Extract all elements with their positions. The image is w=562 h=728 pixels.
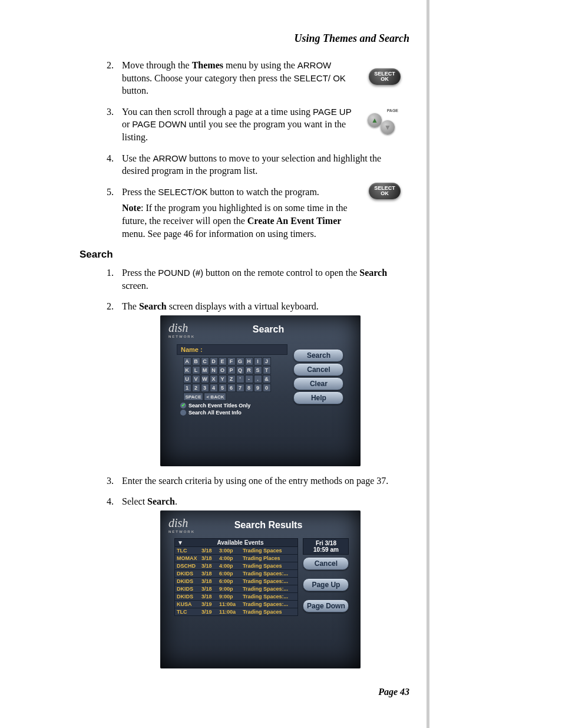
step-4: Use the ARROW buttons to move to your se…: [116, 152, 409, 177]
key-d[interactable]: D: [210, 357, 218, 365]
dish-logo: dishNETWORK: [168, 321, 195, 338]
datetime-display: Fri 3/1810:59 am: [303, 538, 349, 555]
key-y[interactable]: Y: [219, 375, 227, 383]
results-list[interactable]: TLC3/183:00pTrading SpacesMOMAX3/184:00p…: [174, 547, 298, 616]
result-row[interactable]: DKIDS3/186:00pTrading Spaces:...: [174, 578, 298, 585]
result-row[interactable]: DKIDS3/186:00pTrading Spaces:...: [174, 570, 298, 578]
page-margin-bar: [427, 0, 429, 728]
key-c[interactable]: C: [201, 357, 209, 365]
key-q[interactable]: Q: [236, 366, 244, 374]
search-step-3: Enter the search criteria by using one o…: [116, 475, 409, 487]
key-h[interactable]: H: [245, 357, 253, 365]
key-v[interactable]: V: [192, 375, 200, 383]
cancel-button[interactable]: Cancel: [303, 557, 349, 570]
key--[interactable]: -: [245, 375, 253, 383]
key-1[interactable]: 1: [183, 384, 191, 392]
key-t[interactable]: T: [263, 366, 271, 374]
step-5: Press the SELECT/OK button to watch the …: [116, 186, 409, 240]
key-n[interactable]: N: [210, 366, 218, 374]
virtual-keyboard[interactable]: ABCDEFGHIJKLMNOPQRSTUVWXYZ'-.&1234567890…: [183, 357, 287, 401]
themes-steps-list: Move through the Themes menu by using th…: [80, 59, 409, 240]
running-header: Using Themes and Search: [80, 32, 409, 45]
key-&[interactable]: &: [263, 375, 271, 383]
search-step-2: The Search screen displays with a virtua…: [116, 300, 409, 466]
tv-screen-title: Search Results: [202, 520, 352, 531]
key-x[interactable]: X: [210, 375, 218, 383]
key-i[interactable]: I: [254, 357, 262, 365]
key-s[interactable]: S: [254, 366, 262, 374]
result-row[interactable]: KUSA3/1911:00aTrading Spaces:...: [174, 601, 298, 608]
key-6[interactable]: 6: [227, 384, 236, 392]
search-button[interactable]: Search: [293, 349, 343, 362]
page-up-button[interactable]: Page Up: [303, 578, 349, 591]
tv-search-screenshot: dishNETWORK Search Name : ABCDEFGHIJKLMN…: [160, 315, 361, 466]
available-events-header: ▼ Available Events: [174, 538, 298, 547]
key-2[interactable]: 2: [192, 384, 200, 392]
key-f[interactable]: F: [227, 357, 236, 365]
key-8[interactable]: 8: [245, 384, 253, 392]
page-down-button[interactable]: Page Down: [303, 599, 349, 612]
key-g[interactable]: G: [236, 357, 244, 365]
key-4[interactable]: 4: [210, 384, 218, 392]
result-row[interactable]: DKIDS3/189:00pTrading Spaces:...: [174, 585, 298, 593]
radio-titles-only[interactable]: Search Event Titles Only: [180, 403, 287, 409]
search-step-1: Press the POUND (#) button on the remote…: [116, 266, 409, 292]
name-input-field[interactable]: Name :: [177, 344, 287, 355]
key-k[interactable]: K: [183, 366, 191, 374]
tv-search-results-screenshot: dishNETWORK Search Results ▼ Available E…: [160, 510, 361, 668]
dish-logo: dishNETWORK: [168, 516, 195, 533]
radio-unchecked-icon: [180, 410, 186, 416]
key-z[interactable]: Z: [227, 375, 236, 383]
clear-button[interactable]: Clear: [293, 377, 343, 390]
radio-checked-icon: [180, 403, 186, 409]
key-'[interactable]: ': [236, 375, 244, 383]
sort-down-icon[interactable]: ▼: [177, 539, 183, 546]
radio-all-info[interactable]: Search All Event Info: [180, 410, 287, 416]
key-a[interactable]: A: [183, 357, 191, 365]
result-row[interactable]: TLC3/183:00pTrading Spaces: [174, 547, 298, 555]
key-.[interactable]: .: [254, 375, 262, 383]
search-steps-list: Press the POUND (#) button on the remote…: [80, 266, 409, 668]
result-row[interactable]: TLC3/1911:00aTrading Spaces: [174, 608, 298, 616]
search-step-4: Select Search. dishNETWORK Search Result…: [116, 495, 409, 668]
step-2: Move through the Themes menu by using th…: [116, 59, 409, 97]
key-j[interactable]: J: [263, 357, 271, 365]
key-m[interactable]: M: [201, 366, 209, 374]
key-0[interactable]: 0: [263, 384, 271, 392]
step-3: You can then scroll through a page at a …: [116, 106, 409, 144]
key-7[interactable]: 7: [236, 384, 244, 392]
key-u[interactable]: U: [183, 375, 191, 383]
help-button[interactable]: Help: [293, 391, 343, 404]
key-space[interactable]: SPACE: [183, 393, 204, 401]
key-e[interactable]: E: [219, 357, 227, 365]
key-back[interactable]: < BACK: [204, 393, 226, 401]
key-l[interactable]: L: [192, 366, 200, 374]
key-o[interactable]: O: [219, 366, 227, 374]
tv-screen-title: Search: [202, 324, 352, 335]
key-9[interactable]: 9: [254, 384, 262, 392]
key-r[interactable]: R: [245, 366, 253, 374]
key-3[interactable]: 3: [201, 384, 209, 392]
result-row[interactable]: DKIDS3/189:00pTrading Spaces:...: [174, 593, 298, 601]
key-w[interactable]: W: [201, 375, 209, 383]
search-section-heading: Search: [80, 248, 409, 262]
key-b[interactable]: B: [192, 357, 200, 365]
key-5[interactable]: 5: [219, 384, 227, 392]
key-p[interactable]: P: [227, 366, 236, 374]
result-row[interactable]: DSCHD3/184:00pTrading Spaces: [174, 562, 298, 570]
result-row[interactable]: MOMAX3/184:00pTrading Places: [174, 555, 298, 562]
page-number: Page 43: [80, 687, 409, 697]
cancel-button[interactable]: Cancel: [293, 363, 343, 376]
